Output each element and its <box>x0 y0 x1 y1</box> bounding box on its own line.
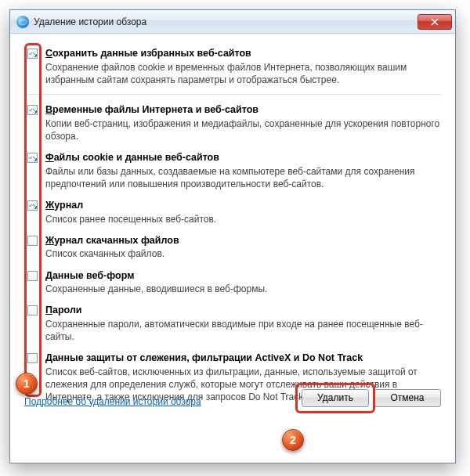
dialog-body: Сохранить данные избранных веб-сайтовСох… <box>10 34 455 418</box>
cancel-button[interactable]: Отмена <box>374 389 441 407</box>
checkbox[interactable] <box>27 236 38 246</box>
option-row: Временные файлы Интернета и веб-сайтовКо… <box>24 101 441 147</box>
option-text: Данные веб-формСохраненные данные, вводи… <box>45 270 441 296</box>
checkbox[interactable] <box>27 271 38 281</box>
option-label[interactable]: Сохранить данные избранных веб-сайтов <box>45 48 441 60</box>
button-group: Удалить Отмена <box>302 389 441 407</box>
dialog-footer: Подробнее об удалении истории обзора Уда… <box>24 389 441 407</box>
close-icon <box>431 18 439 26</box>
option-label[interactable]: Файлы cookie и данные веб-сайтов <box>45 152 441 164</box>
option-description: Сохраненные пароли, автоматически вводим… <box>45 318 441 343</box>
option-description: Сохраненные данные, вводившиеся в веб-фо… <box>45 283 441 295</box>
option-description: Сохранение файлов cookie и временных фай… <box>45 61 441 86</box>
titlebar[interactable]: Удаление истории обзора <box>10 10 455 34</box>
checkbox[interactable] <box>27 153 38 163</box>
checkbox[interactable] <box>27 105 38 115</box>
delete-history-dialog: Удаление истории обзора Сохранить данные… <box>9 9 456 463</box>
option-label[interactable]: Данные веб-форм <box>45 270 441 283</box>
checkbox[interactable] <box>27 305 38 316</box>
option-label[interactable]: Журнал скачанных файлов <box>45 235 441 247</box>
option-row: ПаролиСохраненные пароли, автоматически … <box>24 301 441 348</box>
option-description: Список скачанных файлов. <box>45 247 441 260</box>
option-text: Журнал скачанных файловСписок скачанных … <box>45 235 441 261</box>
close-button[interactable] <box>418 14 452 30</box>
delete-button[interactable]: Удалить <box>302 389 369 407</box>
window-title: Удаление истории обзора <box>34 16 146 27</box>
option-label[interactable]: Данные защиты от слежения, фильтрации Ac… <box>45 352 441 365</box>
option-description: Файлы или базы данных, создаваемые на ко… <box>45 165 441 190</box>
option-row: Журнал скачанных файловСписок скачанных … <box>24 232 441 265</box>
option-text: Файлы cookie и данные веб-сайтовФайлы ил… <box>45 152 441 190</box>
checkbox[interactable] <box>27 353 38 363</box>
annotation-marker-1: 1 <box>16 373 38 395</box>
option-text: ЖурналСписок ранее посещенных веб-сайтов… <box>45 200 441 225</box>
option-label[interactable]: Пароли <box>45 305 441 317</box>
option-row: ЖурналСписок ранее посещенных веб-сайтов… <box>24 197 441 230</box>
globe-icon <box>16 16 29 28</box>
option-row: Данные веб-формСохраненные данные, вводи… <box>24 267 441 301</box>
option-text: ПаролиСохраненные пароли, автоматически … <box>45 305 441 343</box>
option-text: Временные файлы Интернета и веб-сайтовКо… <box>45 104 441 142</box>
option-description: Список ранее посещенных веб-сайтов. <box>45 213 441 225</box>
learn-more-link[interactable]: Подробнее об удалении истории обзора <box>24 396 201 407</box>
checkbox[interactable] <box>27 49 38 59</box>
checkbox[interactable] <box>27 200 38 211</box>
option-row: Файлы cookie и данные веб-сайтовФайлы ил… <box>24 149 441 195</box>
option-row: Сохранить данные избранных веб-сайтовСох… <box>24 45 441 95</box>
annotation-marker-2: 2 <box>282 429 304 451</box>
option-label[interactable]: Журнал <box>45 200 441 212</box>
option-text: Сохранить данные избранных веб-сайтовСох… <box>45 48 441 86</box>
option-description: Копии веб-страниц, изображения и медиафа… <box>45 117 441 142</box>
option-label[interactable]: Временные файлы Интернета и веб-сайтов <box>45 104 441 117</box>
